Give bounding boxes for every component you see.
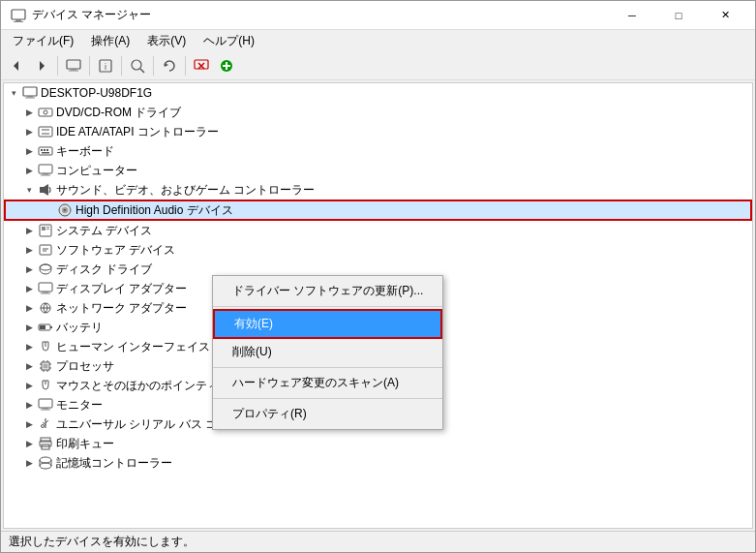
svg-rect-70 <box>43 408 48 410</box>
ctx-uninstall[interactable]: 削除(U) <box>213 339 442 365</box>
status-text: 選択したデバイスを有効にします。 <box>9 534 195 550</box>
icon-dvd <box>37 104 54 121</box>
info-button[interactable]: i <box>94 54 117 77</box>
label-monitor: モニター <box>56 397 103 414</box>
label-storage: 記憶域コントローラー <box>56 455 172 472</box>
svg-point-48 <box>40 264 51 270</box>
toggle-ide[interactable]: ▶ <box>21 122 37 141</box>
add-button[interactable] <box>215 54 238 77</box>
svg-point-10 <box>132 60 141 70</box>
app-icon <box>11 8 26 23</box>
toggle-keyboard[interactable]: ▶ <box>21 141 37 161</box>
toggle-battery[interactable]: ▶ <box>21 318 37 337</box>
toggle-hid[interactable]: ▶ <box>21 337 37 356</box>
tree-item-keyboard[interactable]: ▶ キーボード <box>4 141 752 161</box>
menu-file[interactable]: ファイル(F) <box>5 31 81 51</box>
label-hda: High Definition Audio デバイス <box>76 202 233 219</box>
toggle-software[interactable]: ▶ <box>21 240 37 260</box>
svg-rect-22 <box>39 108 52 116</box>
scan-button[interactable] <box>126 54 149 77</box>
svg-rect-5 <box>67 60 80 69</box>
window-controls: ─ □ ✕ <box>610 1 747 30</box>
icon-software <box>37 241 54 259</box>
close-button[interactable]: ✕ <box>703 1 747 30</box>
tree-item-sound[interactable]: ▾ サウンド、ビデオ、およびゲーム コントローラー <box>4 180 752 200</box>
ctx-scan[interactable]: ハードウェア変更のスキャン(A) <box>213 370 442 396</box>
toggle-sound[interactable]: ▾ <box>21 180 37 200</box>
toggle-sysdev[interactable]: ▶ <box>21 221 37 240</box>
toggle-printer[interactable]: ▶ <box>21 434 37 453</box>
svg-rect-49 <box>39 283 52 292</box>
tree-item-hda[interactable]: High Definition Audio デバイス <box>4 200 752 221</box>
label-disk: ディスク ドライブ <box>56 261 152 278</box>
toggle-network[interactable]: ▶ <box>21 298 37 318</box>
maximize-button[interactable]: □ <box>656 1 701 30</box>
toggle-disk[interactable]: ▶ <box>21 260 37 279</box>
computer-button[interactable] <box>62 54 85 77</box>
back-button[interactable] <box>5 54 28 77</box>
svg-point-75 <box>42 425 45 428</box>
svg-marker-4 <box>40 61 45 71</box>
tree-panel[interactable]: ▾ DESKTOP-U98DF1G ▶ <box>3 82 753 529</box>
tree-item-root[interactable]: ▾ DESKTOP-U98DF1G <box>4 83 752 103</box>
toggle-hda <box>41 200 56 220</box>
device-manager-window: デバイス マネージャー ─ □ ✕ ファイル(F) 操作(A) 表示(V) ヘル… <box>0 0 756 553</box>
menu-help[interactable]: ヘルプ(H) <box>196 31 262 51</box>
toggle-computer2[interactable]: ▶ <box>21 161 37 180</box>
context-menu: ドライバー ソフトウェアの更新(P)... 有効(E) 削除(U) ハードウェア… <box>212 275 443 430</box>
tree-item-computer2[interactable]: ▶ コンピューター <box>4 161 752 180</box>
toggle-dvd[interactable]: ▶ <box>21 103 37 122</box>
label-software: ソフトウェア デバイス <box>56 242 175 259</box>
label-keyboard: キーボード <box>56 143 114 160</box>
toggle-mouse[interactable]: ▶ <box>21 376 37 395</box>
uninstall-button[interactable] <box>190 54 213 77</box>
svg-rect-41 <box>42 227 45 230</box>
ctx-update-driver[interactable]: ドライバー ソフトウェアの更新(P)... <box>213 278 442 304</box>
svg-rect-69 <box>39 399 52 408</box>
tree-item-dvd[interactable]: ▶ DVD/CD-ROM ドライブ <box>4 103 752 122</box>
svg-rect-2 <box>14 21 23 22</box>
menu-action[interactable]: 操作(A) <box>83 31 137 51</box>
refresh-button[interactable] <box>158 54 181 77</box>
svg-rect-31 <box>42 152 49 154</box>
icon-keyboard <box>37 142 54 160</box>
icon-processor <box>37 357 54 375</box>
tree-item-software[interactable]: ▶ ソフトウェア デバイス <box>4 240 752 260</box>
sep4 <box>153 56 154 76</box>
tree-item-sysdev[interactable]: ▶ システム デバイス <box>4 221 752 240</box>
icon-disk <box>37 261 54 278</box>
svg-rect-20 <box>27 96 33 98</box>
forward-button[interactable] <box>30 54 53 77</box>
toggle-processor[interactable]: ▶ <box>21 356 37 376</box>
label-dvd: DVD/CD-ROM ドライブ <box>56 105 181 121</box>
svg-rect-43 <box>46 229 49 230</box>
toggle-usb[interactable]: ▶ <box>21 415 37 434</box>
sep3 <box>121 56 122 76</box>
menu-view[interactable]: 表示(V) <box>139 31 194 51</box>
minimize-button[interactable]: ─ <box>610 1 654 30</box>
label-sound: サウンド、ビデオ、およびゲーム コントローラー <box>56 182 315 199</box>
ctx-properties[interactable]: プロパティ(R) <box>213 401 442 427</box>
title-bar-left: デバイス マネージャー <box>11 7 151 23</box>
svg-rect-19 <box>23 87 37 96</box>
toggle-root[interactable]: ▾ <box>6 83 21 103</box>
tree-item-storage[interactable]: ▶ 記憶域コントローラー <box>4 453 752 473</box>
tree-item-printer[interactable]: ▶ 印刷キュー <box>4 434 752 453</box>
svg-rect-35 <box>40 187 44 193</box>
svg-rect-33 <box>43 173 48 175</box>
menu-bar: ファイル(F) 操作(A) 表示(V) ヘルプ(H) <box>1 30 755 51</box>
label-processor: プロセッサ <box>56 358 114 375</box>
svg-rect-13 <box>195 60 208 69</box>
toggle-display[interactable]: ▶ <box>21 279 37 298</box>
svg-point-82 <box>40 463 51 469</box>
ctx-enable[interactable]: 有効(E) <box>213 309 442 339</box>
icon-usb <box>37 415 54 433</box>
tree-item-ide[interactable]: ▶ IDE ATA/ATAPI コントローラー <box>4 122 752 141</box>
toggle-monitor[interactable]: ▶ <box>21 395 37 415</box>
icon-sound <box>37 181 54 199</box>
svg-text:i: i <box>105 62 106 72</box>
toggle-storage[interactable]: ▶ <box>21 453 37 473</box>
ctx-sep3 <box>213 398 442 399</box>
label-network: ネットワーク アダプター <box>56 300 187 317</box>
icon-storage <box>37 454 54 472</box>
